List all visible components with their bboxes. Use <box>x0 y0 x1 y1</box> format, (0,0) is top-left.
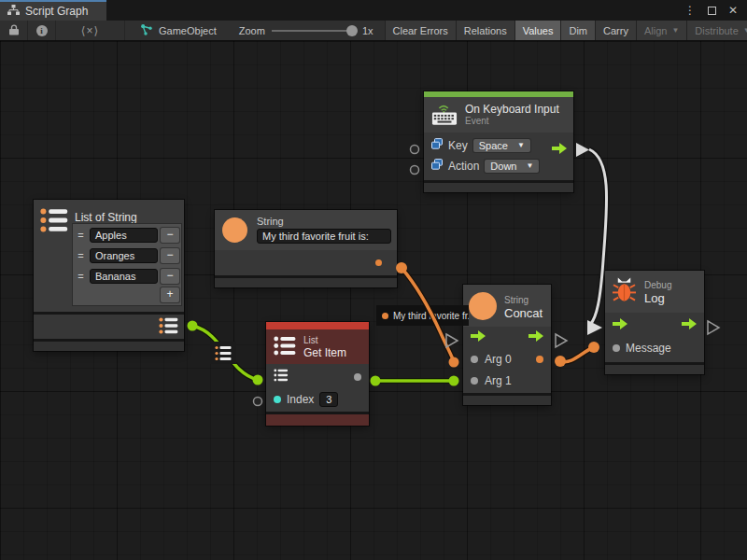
node-on-keyboard-input[interactable]: On Keyboard Input Event Key Space▼ <box>424 91 573 192</box>
result-output-port[interactable] <box>354 373 361 381</box>
list-icon <box>274 336 296 358</box>
flow-in-arrow-icon[interactable] <box>471 330 486 344</box>
node-footer <box>34 342 184 351</box>
toolbar-buttons: Clear Errors Relations Values Dim Carry … <box>385 21 747 40</box>
zoom-label: Zoom <box>239 25 265 36</box>
key-port-label: Key <box>448 139 468 152</box>
value-preview-text: My third favorite fr.. <box>393 311 469 321</box>
node-title: Log <box>644 291 671 305</box>
node-category: String <box>504 294 543 306</box>
result-output-port[interactable] <box>536 356 543 363</box>
key-dropdown[interactable]: Space▼ <box>473 139 530 152</box>
remove-item-button[interactable]: − <box>161 269 179 284</box>
list-item-field[interactable]: Bananas <box>90 269 158 284</box>
lock-button[interactable] <box>0 21 28 40</box>
list-inspector: = Apples − = Oranges − = Bananas − + <box>73 224 181 305</box>
node-debug-log[interactable]: Debug Log Message <box>605 271 704 374</box>
flow-out-arrow-icon[interactable] <box>552 143 567 157</box>
dim-button[interactable]: Dim <box>560 21 595 40</box>
graph-hierarchy-icon <box>7 5 20 18</box>
key-external-port[interactable] <box>411 146 419 154</box>
node-title: List of String <box>75 211 137 224</box>
flow-out-arrow-icon[interactable] <box>529 330 543 344</box>
maximize-icon[interactable] <box>708 7 716 15</box>
align-button[interactable]: Align▼ <box>636 21 686 40</box>
string-value-field[interactable]: My third favorite fruit is: <box>257 229 391 244</box>
node-title: Concat <box>504 306 543 320</box>
gameobject-label: GameObject <box>159 25 217 36</box>
clear-errors-button[interactable]: Clear Errors <box>385 21 456 40</box>
flow-in-arrow-icon[interactable] <box>613 318 627 332</box>
action-port-label: Action <box>448 160 479 173</box>
chevron-down-icon: ▼ <box>517 141 525 149</box>
index-external-port[interactable] <box>254 398 262 406</box>
index-port-label: Index <box>287 393 314 406</box>
action-dropdown[interactable]: Down▼ <box>485 160 539 173</box>
node-footer <box>424 183 573 192</box>
wire-list-to-getitem[interactable] <box>188 321 263 385</box>
drag-handle-icon[interactable]: = <box>75 231 87 240</box>
values-button[interactable]: Values <box>514 21 561 40</box>
list-type-badge <box>210 342 236 364</box>
arg1-input-port[interactable] <box>471 377 478 385</box>
gameobject-context[interactable]: GameObject <box>129 21 226 40</box>
message-input-port[interactable] <box>613 344 620 352</box>
concat-flow-in-port[interactable] <box>446 334 458 347</box>
log-flow-out-port[interactable] <box>708 321 719 334</box>
node-concat[interactable]: String Concat Arg 0 Arg 1 <box>463 285 551 405</box>
graph-canvas[interactable]: On Keyboard Input Event Key Space▼ <box>0 41 747 560</box>
list-input-port-icon[interactable] <box>274 369 289 385</box>
node-get-item[interactable]: List Get Item Index 3 <box>266 322 369 426</box>
node-footer <box>463 396 551 405</box>
string-output-port[interactable] <box>375 259 382 266</box>
flow-output-port[interactable] <box>576 143 589 157</box>
bug-icon <box>613 277 636 306</box>
node-category: Debug <box>644 279 671 291</box>
code-icon: ⟨×⟩ <box>81 24 99 37</box>
node-list-of-string[interactable]: List of String = Apples − = Oranges − = … <box>34 200 184 351</box>
remove-item-button[interactable]: − <box>161 248 179 263</box>
zoom-control: Zoom 1x <box>226 21 379 40</box>
list-output-port-icon[interactable] <box>159 317 178 337</box>
list-item-row: = Oranges − <box>75 246 179 265</box>
string-type-icon <box>222 217 247 243</box>
index-input-port[interactable] <box>274 396 281 403</box>
index-value-field[interactable]: 3 <box>319 392 338 407</box>
distribute-button[interactable]: Distribute▼ <box>686 21 747 40</box>
lock-icon <box>9 24 19 37</box>
list-item-field[interactable]: Oranges <box>90 248 158 263</box>
add-item-button[interactable]: + <box>161 287 179 302</box>
value-preview-popup: My third favorite fr.. <box>376 305 469 326</box>
concat-flow-out-port[interactable] <box>556 334 567 347</box>
chevron-down-icon: ▼ <box>671 26 679 35</box>
node-title: String <box>257 216 391 227</box>
drag-handle-icon[interactable]: = <box>75 272 87 281</box>
relations-button[interactable]: Relations <box>456 21 514 40</box>
window-controls: ⋮ ✕ <box>684 0 747 21</box>
wire-keyboard-to-log[interactable] <box>587 149 607 335</box>
wire-concat-to-log[interactable] <box>555 342 599 367</box>
drag-handle-icon[interactable]: = <box>75 251 87 260</box>
string-type-icon <box>469 292 497 320</box>
action-icon <box>431 159 443 173</box>
close-icon[interactable]: ✕ <box>728 4 738 17</box>
zoom-slider[interactable] <box>272 30 356 32</box>
node-string-literal[interactable]: String My third favorite fruit is: <box>215 210 397 287</box>
menu-icon[interactable]: ⋮ <box>684 4 696 17</box>
info-button[interactable]: i <box>28 21 56 40</box>
carry-button[interactable]: Carry <box>595 21 636 40</box>
zoom-slider-knob[interactable] <box>346 25 358 36</box>
error-color-strip <box>266 322 369 329</box>
node-subtitle: Event <box>465 116 559 126</box>
node-title: Get Item <box>303 346 346 359</box>
inspect-source-button[interactable]: ⟨×⟩ <box>56 21 125 40</box>
arg0-input-port[interactable] <box>471 356 478 363</box>
chevron-down-icon: ▼ <box>743 26 747 35</box>
graph-toolbar: i ⟨×⟩ GameObject Zoom 1x Clear Errors Re… <box>0 21 747 41</box>
remove-item-button[interactable]: − <box>161 228 179 243</box>
tab-script-graph[interactable]: Script Graph <box>0 0 106 21</box>
action-external-port[interactable] <box>411 166 419 175</box>
list-item-field[interactable]: Apples <box>90 228 158 243</box>
wire-getitem-to-concat[interactable] <box>371 376 459 386</box>
flow-out-arrow-icon[interactable] <box>682 318 697 332</box>
